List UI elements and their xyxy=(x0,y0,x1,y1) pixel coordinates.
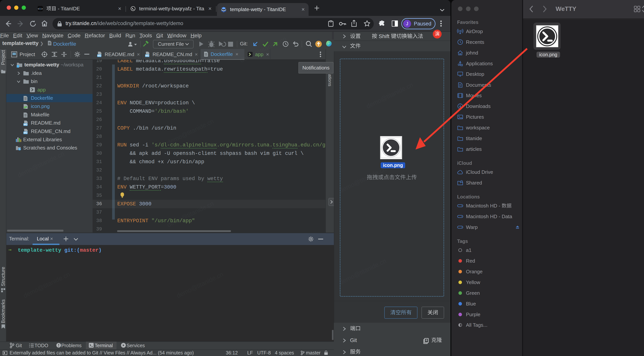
svg-text:<t>: <t> xyxy=(38,7,43,11)
svg-text:MD: MD xyxy=(145,54,149,57)
svg-text:MD: MD xyxy=(97,54,101,57)
svg-text:MD: MD xyxy=(24,132,28,134)
svg-text:MD: MD xyxy=(24,123,28,126)
